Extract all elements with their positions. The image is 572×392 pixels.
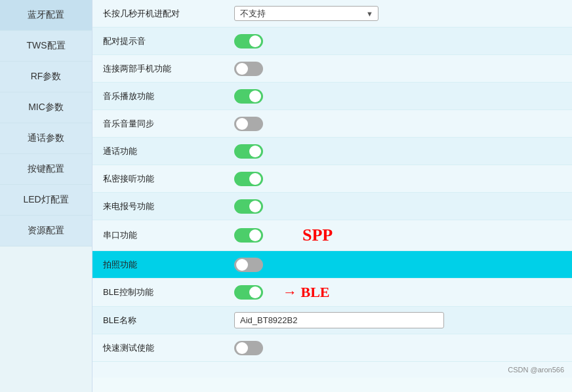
- row-ring-signal: 来电报号功能: [92, 193, 572, 220]
- row-control-music-play: [234, 89, 562, 104]
- toggle-quick-test[interactable]: [234, 341, 263, 355]
- row-label-quick-test: 快速测试使能: [103, 342, 234, 354]
- row-quick-test: 快速测试使能: [92, 334, 572, 362]
- sidebar-item-led[interactable]: LED灯配置: [0, 185, 92, 216]
- row-control-private-listen: [234, 172, 562, 186]
- row-control-ble-control: → BLE: [234, 284, 562, 301]
- row-label-long-press: 长按几秒开机进配对: [103, 8, 234, 20]
- toggle-ring-signal[interactable]: [234, 199, 263, 214]
- toggle-ble-control[interactable]: [234, 285, 263, 300]
- row-control-quick-test: [234, 341, 562, 355]
- row-label-photo-func: 拍照功能: [103, 259, 234, 271]
- sidebar-item-tws[interactable]: TWS配置: [0, 31, 92, 62]
- row-label-ble-name: BLE名称: [103, 315, 234, 326]
- toggle-pair-beep[interactable]: [234, 34, 263, 49]
- sidebar-item-bluetooth[interactable]: 蓝牙配置: [0, 0, 92, 31]
- sidebar-item-call[interactable]: 通话参数: [0, 123, 92, 154]
- row-label-ble-control: BLE控制功能: [103, 286, 234, 298]
- toggle-two-phone[interactable]: [234, 62, 263, 76]
- row-control-call-func: [234, 144, 562, 159]
- row-label-pair-beep: 配对提示音: [103, 35, 234, 47]
- row-label-music-volume-sync: 音乐音量同步: [103, 118, 234, 130]
- select-long-press[interactable]: 不支持3秒5秒8秒: [234, 6, 378, 21]
- row-control-ble-name: [234, 312, 562, 328]
- dropdown-long-press[interactable]: 不支持3秒5秒8秒▼: [234, 6, 378, 21]
- row-control-ring-signal: [234, 199, 562, 214]
- row-label-call-func: 通话功能: [103, 146, 234, 157]
- row-label-two-phone: 连接两部手机功能: [103, 63, 234, 75]
- sidebar-item-button[interactable]: 按键配置: [0, 154, 92, 185]
- row-control-pair-beep: [234, 34, 562, 49]
- toggle-private-listen[interactable]: [234, 172, 263, 186]
- row-ble-control: BLE控制功能→ BLE: [92, 279, 572, 307]
- row-long-press: 长按几秒开机进配对不支持3秒5秒8秒▼: [92, 0, 572, 28]
- sidebar: 蓝牙配置TWS配置RF参数MIC参数通话参数按键配置LED灯配置资源配置: [0, 0, 92, 392]
- text-input-ble-name[interactable]: [234, 312, 444, 328]
- row-music-play: 音乐播放功能: [92, 83, 572, 110]
- row-label-music-play: 音乐播放功能: [103, 90, 234, 102]
- row-label-private-listen: 私密接听功能: [103, 173, 234, 185]
- sidebar-item-mic[interactable]: MIC参数: [0, 92, 92, 123]
- row-control-music-volume-sync: [234, 117, 562, 131]
- row-control-long-press: 不支持3秒5秒8秒▼: [234, 6, 562, 21]
- row-call-func: 通话功能: [92, 138, 572, 165]
- row-private-listen: 私密接听功能: [92, 165, 572, 193]
- toggle-music-volume-sync[interactable]: [234, 117, 263, 131]
- toggle-serial-func[interactable]: [234, 228, 263, 243]
- row-label-serial-func: 串口功能: [103, 229, 234, 241]
- row-label-ring-signal: 来电报号功能: [103, 201, 234, 212]
- row-control-serial-func: SPP: [234, 225, 562, 245]
- row-two-phone: 连接两部手机功能: [92, 55, 572, 83]
- sidebar-item-rf[interactable]: RF参数: [0, 62, 92, 92]
- toggle-music-play[interactable]: [234, 89, 263, 104]
- annotation-spp: SPP: [302, 225, 333, 245]
- row-music-volume-sync: 音乐音量同步: [92, 110, 572, 138]
- watermark: CSDN @aron566: [92, 362, 572, 378]
- toggle-photo-func[interactable]: [234, 258, 263, 272]
- row-photo-func: 拍照功能: [92, 251, 572, 279]
- annotation-ble: → BLE: [283, 284, 330, 301]
- main-content: 长按几秒开机进配对不支持3秒5秒8秒▼配对提示音连接两部手机功能音乐播放功能音乐…: [92, 0, 572, 392]
- row-control-two-phone: [234, 62, 562, 76]
- toggle-call-func[interactable]: [234, 144, 263, 159]
- row-pair-beep: 配对提示音: [92, 28, 572, 55]
- row-serial-func: 串口功能SPP: [92, 220, 572, 251]
- sidebar-item-resource[interactable]: 资源配置: [0, 216, 92, 246]
- row-control-photo-func: [234, 258, 562, 272]
- row-ble-name: BLE名称: [92, 307, 572, 334]
